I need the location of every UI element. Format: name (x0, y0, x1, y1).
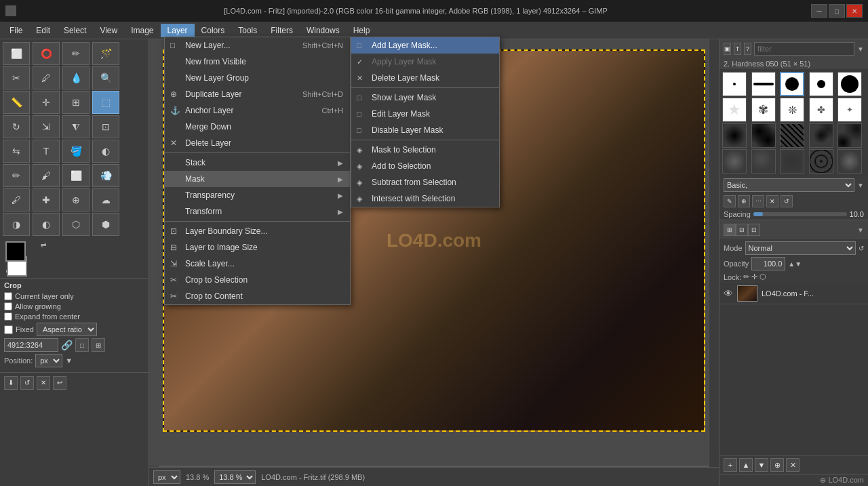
tool-spare2[interactable]: ⬢ (92, 213, 119, 236)
brush-cell-star[interactable]: ★ (722, 98, 747, 122)
tool-desaturate[interactable]: ◐ (33, 213, 60, 236)
current-layer-only-checkbox[interactable] (4, 292, 12, 300)
maximize-button[interactable]: □ (829, 4, 845, 18)
menu-anchor-layer[interactable]: ⚓ Anchor Layer Ctrl+H (165, 102, 350, 119)
tool-flip[interactable]: ⇆ (3, 140, 30, 163)
brush-cell-splat2[interactable]: ❊ (780, 98, 804, 122)
menu-scale-layer[interactable]: ⇲ Scale Layer... (165, 256, 350, 272)
preset-select[interactable]: Basic, Pencils Markers (724, 178, 854, 192)
menu-image[interactable]: Image (124, 24, 160, 37)
preset-expand-icon[interactable]: ▼ (857, 182, 864, 189)
menu-file[interactable]: File (3, 24, 29, 37)
allow-growing-checkbox[interactable] (4, 302, 12, 310)
tool-eraser[interactable]: ⬜ (62, 164, 90, 187)
lock-alpha-icon[interactable]: ⬡ (760, 272, 766, 281)
mask-show-layer-mask[interactable]: □ Show Layer Mask (351, 89, 499, 106)
tool-heal[interactable]: ✚ (33, 188, 60, 211)
menu-crop-to-content[interactable]: ✂ Crop to Content (165, 288, 350, 304)
menu-layer-to-image-size[interactable]: ⊟ Layer to Image Size (165, 239, 350, 256)
brush-cell-dot-med[interactable] (809, 72, 833, 96)
mask-edit-layer-mask[interactable]: □ Edit Layer Mask (351, 106, 499, 122)
brush-cell-medium[interactable] (780, 72, 804, 96)
tool-airbrush[interactable]: 💨 (92, 164, 119, 187)
tool-bucket-fill[interactable]: 🪣 (62, 140, 90, 163)
menu-edit[interactable]: Edit (29, 24, 57, 37)
tool-measure[interactable]: 📏 (3, 91, 30, 114)
tool-fuzzy-select[interactable]: 🪄 (92, 42, 119, 65)
tool-scale[interactable]: ⇲ (33, 115, 60, 138)
tool-align[interactable]: ⊞ (62, 91, 90, 114)
panel-expand-icon[interactable]: ▼ (857, 45, 864, 53)
brush-delete-icon[interactable]: ✕ (766, 195, 778, 207)
menu-new-layer[interactable]: □ New Layer... Shift+Ctrl+N (165, 37, 350, 54)
layer-visibility-icon[interactable]: 👁 (724, 288, 733, 299)
fixed-aspect-checkbox[interactable] (4, 325, 13, 334)
menu-duplicate-layer[interactable]: ⊕ Duplicate Layer Shift+Ctrl+D (165, 86, 350, 102)
brushes-icon-btn2[interactable]: T (734, 43, 741, 55)
foreground-color-swatch[interactable] (5, 241, 26, 262)
brush-copy-icon[interactable]: ⊕ (738, 195, 750, 207)
delete-layer-btn[interactable]: ✕ (786, 458, 800, 472)
tool-rectangle-select[interactable]: ⬜ (3, 42, 30, 65)
menu-windows[interactable]: Windows (300, 24, 347, 37)
layers-tab-icon[interactable]: ⊞ (724, 224, 736, 236)
tool-paintbrush[interactable]: 🖌 (33, 164, 60, 187)
menu-select[interactable]: Select (57, 24, 93, 37)
lower-layer-btn[interactable]: ▼ (755, 458, 768, 472)
brush-cell-texture3[interactable] (780, 123, 804, 148)
tool-crop[interactable]: ⬚ (92, 91, 119, 114)
tool-rotate[interactable]: ↻ (3, 115, 30, 138)
close-button[interactable]: ✕ (846, 4, 863, 18)
swap-colors-icon[interactable]: ⇄ (41, 241, 46, 249)
mask-add-layer-mask[interactable]: □ Add Layer Mask... (351, 37, 499, 54)
dimension-btn1[interactable]: □ (75, 338, 89, 352)
brush-cell-cloud5[interactable] (837, 149, 862, 174)
zoom-select[interactable]: 13.8 % 25 % 50 % 100 % (214, 470, 256, 484)
dimension-input[interactable] (4, 338, 58, 352)
brush-cell-cloud1[interactable] (722, 149, 747, 174)
mask-disable-layer-mask[interactable]: □ Disable Layer Mask (351, 122, 499, 138)
menu-new-layer-group[interactable]: New Layer Group (165, 70, 350, 86)
canvas-unit-select[interactable]: px (153, 470, 180, 484)
brush-cell-splat1[interactable]: ✾ (751, 98, 776, 122)
export-icon[interactable]: ⬇ (4, 376, 18, 390)
chain-icon[interactable]: 🔗 (61, 340, 73, 350)
menu-new-from-visible[interactable]: New from Visible (165, 54, 350, 70)
tool-ink[interactable]: 🖋 (3, 188, 30, 211)
menu-colors[interactable]: Colors (195, 24, 232, 37)
brush-cell-splat3[interactable]: ✤ (809, 98, 833, 122)
mask-subtract-from-selection[interactable]: ◈ Subtract from Selection (351, 174, 499, 190)
menu-merge-down[interactable]: Merge Down (165, 119, 350, 135)
tool-paths[interactable]: 🖊 (33, 66, 60, 89)
fixed-type-select[interactable]: Aspect ratio Width Height Size (37, 323, 97, 336)
tool-free-select[interactable]: ✏ (62, 42, 90, 65)
tool-spare1[interactable]: ⬡ (62, 213, 90, 236)
menu-help[interactable]: Help (347, 24, 377, 37)
menu-tools[interactable]: Tools (231, 24, 264, 37)
refresh-icon[interactable]: ↺ (20, 376, 34, 390)
delete-icon[interactable]: ✕ (37, 376, 50, 390)
tool-scissors[interactable]: ✂ (3, 66, 30, 89)
brush-cell-large[interactable] (837, 72, 862, 96)
tool-move[interactable]: ✛ (33, 91, 60, 114)
brushes-icon-btn1[interactable]: ▣ (724, 43, 731, 55)
raise-layer-btn[interactable]: ▲ (739, 458, 753, 472)
tool-dodge-burn[interactable]: ◑ (3, 213, 30, 236)
new-layer-btn[interactable]: + (724, 458, 737, 472)
dimension-btn2[interactable]: ⊞ (92, 338, 105, 352)
minimize-button[interactable]: ─ (811, 4, 827, 18)
lock-position-icon[interactable]: ✛ (751, 272, 757, 281)
menu-layer[interactable]: Layer (161, 24, 195, 37)
mask-to-selection[interactable]: ◈ Mask to Selection (351, 142, 499, 158)
brush-filter-input[interactable] (754, 42, 854, 56)
mask-intersect-with-selection[interactable]: ◈ Intersect with Selection (351, 190, 499, 207)
menu-delete-layer[interactable]: ✕ Delete Layer (165, 135, 350, 151)
brush-refresh-icon[interactable]: ↺ (781, 195, 793, 207)
brush-cell-texture1[interactable] (722, 123, 747, 148)
menu-crop-to-selection[interactable]: ✂ Crop to Selection (165, 272, 350, 288)
brush-dots-icon[interactable]: ⋯ (752, 195, 764, 207)
menu-view[interactable]: View (93, 24, 124, 37)
menu-transparency[interactable]: Transparency ▶ (165, 187, 350, 203)
brush-cell-line[interactable] (751, 72, 776, 96)
tool-perspective[interactable]: ⊡ (92, 115, 119, 138)
